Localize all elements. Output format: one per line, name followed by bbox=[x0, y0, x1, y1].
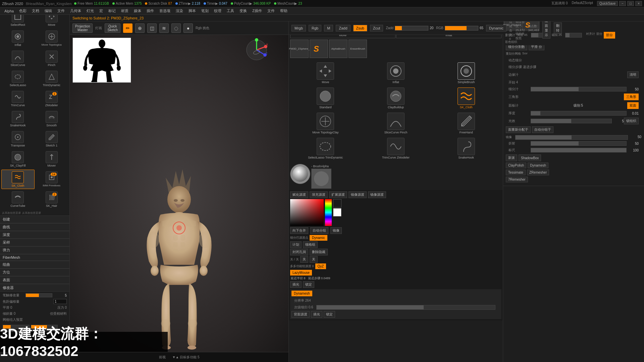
rgb-intensity-track[interactable] bbox=[445, 26, 478, 31]
menu-alpha[interactable]: Alpha bbox=[2, 8, 16, 14]
replace-all-btn[interactable]: 镜像源渡 bbox=[368, 191, 386, 198]
brush-alpha-preview[interactable] bbox=[311, 169, 331, 189]
rb-clay-buildup[interactable]: ClayBuildup bbox=[361, 86, 431, 110]
section-create[interactable]: 创建 bbox=[0, 216, 69, 223]
rb-standard[interactable]: Standard bbox=[291, 86, 360, 110]
maximize-button[interactable]: □ bbox=[627, 1, 634, 6]
rb-move[interactable]: Move bbox=[291, 61, 360, 85]
fill-color-btn[interactable]: 填充源渡 bbox=[310, 191, 328, 198]
color-button[interactable]: ● bbox=[183, 23, 193, 33]
triangle-btn[interactable]: 三角形 bbox=[624, 94, 639, 100]
m-btn[interactable]: M bbox=[324, 25, 333, 32]
menu-color[interactable]: 色彩 bbox=[17, 8, 29, 14]
reproject-btn[interactable]: 面重新分配于 bbox=[506, 126, 531, 133]
new-btn[interactable]: 新派 bbox=[506, 155, 517, 161]
menu-texture[interactable]: 纹理 bbox=[212, 8, 224, 14]
section-depth[interactable]: 深度 bbox=[0, 231, 69, 239]
auto-group-geo-btn[interactable]: 自动分组于 bbox=[532, 126, 553, 133]
quick-sketch-button[interactable]: QuickSketch bbox=[105, 23, 120, 33]
expand-btn[interactable]: 扩展源渡 bbox=[329, 191, 347, 198]
section-modifier[interactable]: 修改器 bbox=[0, 284, 69, 292]
dynamesh-btn[interactable]: Dynamesh bbox=[291, 291, 312, 296]
menu-media[interactable]: 媒体 bbox=[131, 8, 144, 14]
section-position[interactable]: 方位 bbox=[0, 268, 69, 276]
brush-inflate[interactable]: Inflat bbox=[1, 29, 35, 48]
z-intensity-track[interactable] bbox=[395, 26, 428, 31]
mrgb-btn[interactable]: Mrgb bbox=[291, 25, 306, 32]
lazy-snap-btn[interactable]: 锁定 bbox=[303, 281, 314, 288]
ruler-slider[interactable] bbox=[531, 148, 627, 153]
brush-transpose[interactable]: Transpose bbox=[1, 129, 35, 149]
rb-trim-curve[interactable]: TrimCurve ZModeler bbox=[361, 136, 431, 161]
brush-pinch[interactable]: Pinch bbox=[35, 49, 68, 68]
close-btn[interactable]: 关 bbox=[300, 256, 308, 263]
section-group-curve[interactable]: 组曲 bbox=[0, 261, 69, 268]
clear-btn[interactable]: 清明 bbox=[627, 71, 639, 78]
brush-trim-curve[interactable]: TrimCurve bbox=[1, 89, 35, 109]
auto-group-btn[interactable]: 自动分组 bbox=[310, 227, 328, 234]
alpha-button[interactable]: ◌ bbox=[171, 23, 181, 33]
menu-render[interactable]: 渲染 bbox=[173, 8, 185, 14]
menu-light[interactable]: 灯光 bbox=[84, 8, 96, 14]
smooth-back-btn[interactable]: 插光 bbox=[311, 311, 322, 318]
z-intensity-slider[interactable] bbox=[25, 293, 52, 297]
menu-zplugin2[interactable]: 文件 bbox=[265, 8, 277, 14]
brush-imm-primitives[interactable]: 14 IMM Primitives bbox=[35, 170, 68, 189]
section-elastic[interactable]: 弹力 bbox=[0, 246, 69, 254]
rb-inflate[interactable]: Inflat bbox=[361, 61, 431, 85]
menu-script[interactable]: 脚本 bbox=[186, 8, 198, 14]
lazy-smooth-btn[interactable]: 插光 bbox=[290, 281, 302, 288]
brush-sk-hair[interactable]: 2 SK_Hair bbox=[35, 190, 68, 209]
delete-hidden-btn[interactable]: 删除隐藏 bbox=[310, 249, 328, 255]
qyz-btn[interactable]: QyZ bbox=[315, 263, 326, 269]
section-sample[interactable]: 采样 bbox=[0, 239, 69, 246]
zsub-btn[interactable]: Zsub bbox=[353, 25, 367, 32]
thickness-slider[interactable] bbox=[531, 111, 627, 116]
shadow-box-btn[interactable]: ShadowBox bbox=[519, 155, 541, 161]
time-btn[interactable]: 计划 bbox=[290, 241, 302, 248]
rb-simple[interactable]: SimpleBrush bbox=[431, 61, 501, 85]
stroke-type-button[interactable]: ≋ bbox=[159, 23, 169, 33]
brush-sk-cloth[interactable]: SK_Cloth bbox=[1, 170, 35, 189]
rb-sk-cloth[interactable]: SK_Cloth bbox=[431, 86, 501, 110]
brush-zmodeler[interactable]: Z 1 ZModeler bbox=[35, 89, 68, 109]
back-btn[interactable]: 背面源渡 bbox=[291, 311, 310, 318]
tessimate-btn[interactable]: Tessimate bbox=[506, 170, 526, 175]
zadd-btn[interactable]: Zadd bbox=[336, 25, 350, 32]
menu-plugin[interactable]: 插件 bbox=[144, 8, 156, 14]
brush-mover[interactable]: Mover bbox=[35, 149, 68, 169]
color-spectrum[interactable] bbox=[325, 199, 332, 226]
angle-slider[interactable] bbox=[531, 141, 627, 146]
close-button[interactable]: × bbox=[635, 1, 642, 6]
brush-snake-hook[interactable]: SnakeHook bbox=[1, 109, 35, 129]
brush-edit-button[interactable]: ✏ bbox=[123, 23, 132, 33]
mirror-slider[interactable] bbox=[515, 135, 628, 140]
section-curve[interactable]: 曲线 bbox=[0, 223, 69, 231]
dynamic-btn[interactable]: Dynamic bbox=[486, 25, 506, 32]
dynamesh2-btn[interactable]: Dynamesh bbox=[528, 163, 548, 168]
snap-back-btn[interactable]: 锁定 bbox=[324, 311, 335, 318]
focal-input[interactable] bbox=[53, 299, 67, 304]
brush-curve-tube[interactable]: CurveTube bbox=[1, 190, 35, 209]
rb-snake-hook[interactable]: SnakeHook bbox=[431, 136, 501, 161]
brush-slice-curve[interactable]: SliceCurve bbox=[1, 49, 35, 68]
minimize-button[interactable]: − bbox=[619, 1, 626, 6]
seal-btn[interactable]: 封闭孔洞 bbox=[290, 249, 308, 255]
clay-polish-btn[interactable]: ClayPolish bbox=[506, 163, 526, 168]
menu-file[interactable]: 文件 bbox=[55, 8, 67, 14]
brush-trimdynamic[interactable]: TrimDynamic bbox=[35, 69, 68, 88]
section-surface[interactable]: 表面 bbox=[0, 276, 69, 284]
flip-button[interactable]: 翻转 bbox=[554, 22, 562, 34]
background-color[interactable] bbox=[333, 208, 341, 217]
dynamic-sub-btn[interactable]: Dynamic bbox=[310, 235, 327, 241]
subdiv-blur-slider[interactable] bbox=[316, 305, 495, 310]
brush-sk-clayfill[interactable]: SK_ClayFill bbox=[1, 149, 35, 169]
lazy-mouse-btn[interactable]: LazyMouse bbox=[290, 270, 312, 276]
menu-edit[interactable]: 编辑 bbox=[42, 8, 54, 14]
smooth-val-slider[interactable] bbox=[531, 119, 612, 123]
pm3d-thumb4[interactable]: EraserBrush bbox=[348, 40, 367, 58]
rb-select-lasso[interactable]: SelectLasso TrimDynamic bbox=[291, 136, 360, 161]
zremesher2-btn[interactable]: 7Remesher bbox=[506, 177, 528, 182]
polish-slider[interactable] bbox=[565, 33, 582, 38]
menu-marker[interactable]: 标记 bbox=[106, 8, 118, 14]
